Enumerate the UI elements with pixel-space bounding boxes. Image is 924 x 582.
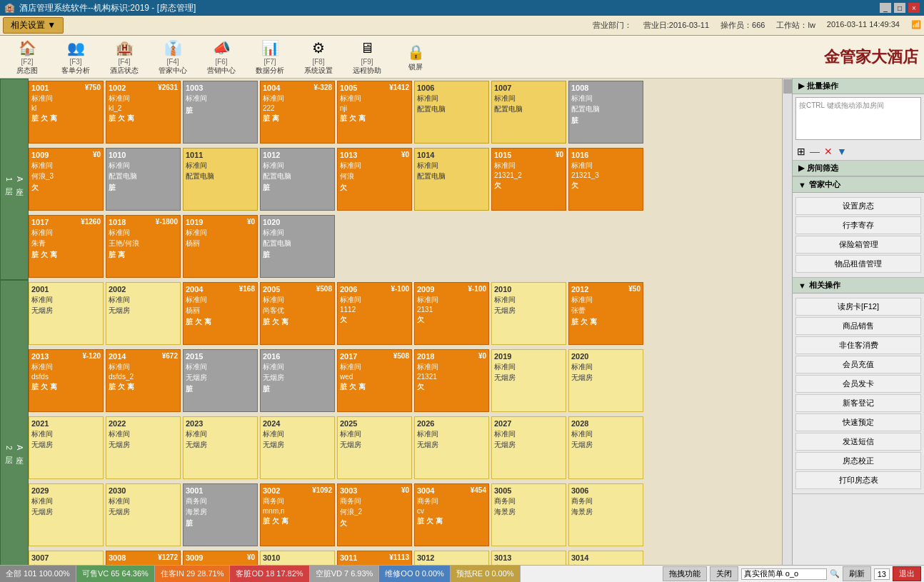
room-3009[interactable]: 3009¥0 商务间 bbox=[183, 551, 258, 565]
status-in[interactable]: 住客IN 29 28.71% bbox=[155, 566, 231, 582]
room-2020[interactable]: 2020 标准间 无烟房 bbox=[568, 349, 643, 412]
toolbar-btn-manager[interactable]: 👔 [F4] 管家中心 bbox=[151, 35, 194, 79]
luggage-storage-btn[interactable]: 行李寄存 bbox=[795, 216, 921, 234]
batch-ops-title[interactable]: ▶ 批量操作 bbox=[793, 79, 924, 94]
room-2030[interactable]: 2030 标准间 无烟房 bbox=[106, 483, 181, 546]
room-2025[interactable]: 2025 标准间 无烟房 bbox=[337, 416, 412, 479]
room-2024[interactable]: 2024 标准间 无烟房 bbox=[260, 416, 335, 479]
room-1017[interactable]: 1017¥1260 标准间 朱青 脏 欠 离 bbox=[29, 215, 104, 278]
room-2009[interactable]: 2009¥-100 标准间 2131 欠 bbox=[414, 282, 489, 345]
room-3006[interactable]: 3006 商务间 海景房 bbox=[568, 483, 643, 546]
room-1018[interactable]: 1018¥-1800 标准间 王艳/何浪 脏 离 bbox=[106, 215, 181, 278]
room-2002[interactable]: 2002 标准间 无烟房 bbox=[106, 282, 181, 345]
room-2023[interactable]: 2023 标准间 无烟房 bbox=[183, 416, 258, 479]
room-3008[interactable]: 3008¥1272 商务间 bbox=[106, 551, 181, 565]
status-vd[interactable]: 空脏VD 7 6.93% bbox=[310, 566, 380, 582]
status-all[interactable]: 全部 101 100.00% bbox=[0, 566, 76, 582]
manager-center-title[interactable]: ▼ 管家中心 bbox=[793, 177, 924, 193]
room-2022[interactable]: 2022 标准间 无烟房 bbox=[106, 416, 181, 479]
room-2028[interactable]: 2028 标准间 无烟房 bbox=[568, 416, 643, 479]
minimize-btn[interactable]: _ bbox=[880, 3, 891, 13]
member-card-btn[interactable]: 会员发卡 bbox=[795, 375, 921, 393]
room-grid[interactable]: A座1层 1001¥750 标准间 kl 脏 欠 离 1002¥2631 标准间… bbox=[0, 79, 782, 565]
room-1003[interactable]: 1003 标准间 脏 bbox=[183, 81, 258, 144]
room-1006[interactable]: 1006 标准间 配置电脑 bbox=[414, 81, 489, 144]
room-3013[interactable]: 3013 商务间 bbox=[491, 551, 566, 565]
minus-icon[interactable]: — bbox=[810, 146, 820, 157]
room-2018[interactable]: 2018¥0 标准间 21321 欠 bbox=[414, 349, 489, 412]
room-1008[interactable]: 1008 标准间 配置电脑 脏 bbox=[568, 81, 643, 144]
grid-view-icon[interactable]: ⊞ bbox=[797, 146, 805, 157]
room-1014[interactable]: 1014 标准间 配置电脑 bbox=[414, 148, 489, 211]
status-od[interactable]: 客脏OD 18 17.82% bbox=[230, 566, 309, 582]
toolbar-btn-lockscreen[interactable]: 🔒 锁屏 bbox=[394, 39, 437, 75]
toolbar-btn-room-view[interactable]: 🏠 [F2] 房态图 bbox=[6, 35, 49, 79]
exit-btn[interactable]: 退出 bbox=[893, 566, 921, 581]
room-3002[interactable]: 3002¥1092 商务间 mnm,n 脏 欠 离 bbox=[260, 483, 335, 546]
scrollbar[interactable] bbox=[782, 79, 792, 565]
toolbar-btn-system-settings[interactable]: ⚙ [F8] 系统设置 bbox=[297, 35, 340, 79]
room-3011[interactable]: 3011¥1113 商务间 bbox=[337, 551, 412, 565]
window-controls[interactable]: _ □ × bbox=[880, 3, 920, 13]
status-oo[interactable]: 维修OO 0 0.00% bbox=[379, 566, 451, 582]
toolbar-btn-data-analysis[interactable]: 📊 [F7] 数据分析 bbox=[248, 35, 291, 79]
related-ops-title[interactable]: ▼ 相关操作 bbox=[793, 278, 924, 293]
room-1010[interactable]: 1010 标准间 配置电脑 脏 bbox=[106, 148, 181, 211]
refresh-btn[interactable]: 刷新 bbox=[843, 566, 871, 581]
merchandise-btn[interactable]: 商品销售 bbox=[795, 317, 921, 335]
non-guest-consume-btn[interactable]: 非住客消费 bbox=[795, 336, 921, 354]
room-2005[interactable]: 2005¥508 标准间 尚客优 脏 欠 离 bbox=[260, 282, 335, 345]
room-3007[interactable]: 3007 商务间 bbox=[29, 551, 104, 565]
room-2013[interactable]: 2013¥-120 标准间 dsfds 脏 欠 离 bbox=[29, 349, 104, 412]
room-1011[interactable]: 1011 标准间 配置电脑 bbox=[183, 148, 258, 211]
settings-menu-btn[interactable]: 相关设置 ▼ bbox=[3, 17, 64, 34]
room-1002[interactable]: 1002¥2631 标准间 kl_2 脏 欠 离 bbox=[106, 81, 181, 144]
room-1004[interactable]: 1004¥-328 标准间 222 脏 离 bbox=[260, 81, 335, 144]
room-3005[interactable]: 3005 商务间 海景房 bbox=[491, 483, 566, 546]
room-3014[interactable]: 3014 商务间 bbox=[568, 551, 643, 565]
member-recharge-btn[interactable]: 会员充值 bbox=[795, 356, 921, 373]
room-2004[interactable]: 2004¥168 标准间 杨丽 脏 欠 离 bbox=[183, 282, 258, 345]
room-2016[interactable]: 2016 标准间 无烟房 脏 bbox=[260, 349, 335, 412]
search-input[interactable] bbox=[741, 568, 827, 580]
read-card-btn[interactable]: 读房卡[F12] bbox=[795, 298, 921, 316]
send-sms-btn[interactable]: 发送短信 bbox=[795, 433, 921, 451]
room-2017[interactable]: 2017¥508 标准间 wed 脏 欠 离 bbox=[337, 349, 412, 412]
room-1020[interactable]: 1020 标准间 配置电脑 脏 bbox=[260, 215, 335, 278]
room-2026[interactable]: 2026 标准间 无烟房 bbox=[414, 416, 489, 479]
status-vc[interactable]: 可售VC 65 64.36% bbox=[76, 566, 155, 582]
room-2027[interactable]: 2027 标准间 无烟房 bbox=[491, 416, 566, 479]
new-guest-btn[interactable]: 新客登记 bbox=[795, 394, 921, 412]
room-1019[interactable]: 1019¥0 标准间 杨丽 bbox=[183, 215, 258, 278]
room-2015[interactable]: 2015 标准间 无烟房 脏 bbox=[183, 349, 258, 412]
room-2029[interactable]: 2029 标准间 无烟房 bbox=[29, 483, 104, 546]
toolbar-btn-guest-analysis[interactable]: 👥 [F3] 客单分析 bbox=[54, 35, 97, 79]
room-1013[interactable]: 1013¥0 标准间 何浪 欠 bbox=[337, 148, 412, 211]
room-2021[interactable]: 2021 标准间 无烟房 bbox=[29, 416, 104, 479]
room-1016[interactable]: 1016 标准间 21321_3 欠 bbox=[568, 148, 643, 211]
room-3010[interactable]: 3010 商务间 bbox=[260, 551, 335, 565]
set-room-status-btn[interactable]: 设置房态 bbox=[795, 197, 921, 215]
room-2014[interactable]: 2014¥672 标准间 dsfds_2 脏 欠 离 bbox=[106, 349, 181, 412]
room-filter-title[interactable]: ▶ 房间筛选 bbox=[793, 161, 924, 176]
room-2006[interactable]: 2006¥-100 标准间 1112 欠 bbox=[337, 282, 412, 345]
down-icon[interactable]: ▼ bbox=[837, 146, 847, 157]
room-1007[interactable]: 1007 标准间 配置电脑 bbox=[491, 81, 566, 144]
maximize-btn[interactable]: □ bbox=[894, 3, 905, 13]
quick-reserve-btn[interactable]: 快速预定 bbox=[795, 413, 921, 431]
toolbar-btn-remote[interactable]: 🖥 [F9] 远程协助 bbox=[346, 35, 388, 79]
print-room-status-btn[interactable]: 打印房态表 bbox=[795, 471, 921, 489]
status-re[interactable]: 预抵RE 0 0.00% bbox=[451, 566, 521, 582]
room-3001[interactable]: 3001 商务间 海景房 脏 bbox=[183, 483, 258, 546]
toolbar-btn-marketing[interactable]: 📣 [F6] 营销中心 bbox=[200, 35, 243, 79]
room-3012[interactable]: 3012 商务间 bbox=[414, 551, 489, 565]
close-status-btn[interactable]: 关闭 bbox=[710, 566, 738, 581]
room-1012[interactable]: 1012 标准间 配置电脑 脏 bbox=[260, 148, 335, 211]
room-2001[interactable]: 2001 标准间 无烟房 bbox=[29, 282, 104, 345]
safe-management-btn[interactable]: 保险箱管理 bbox=[795, 236, 921, 254]
room-1005[interactable]: 1005¥1412 标准间 nji 脏 欠 离 bbox=[337, 81, 412, 144]
close-btn[interactable]: × bbox=[908, 3, 920, 13]
room-3003[interactable]: 3003¥0 商务间 何浪_2 欠 bbox=[337, 483, 412, 546]
room-1009[interactable]: 1009¥0 标准间 何浪_3 欠 bbox=[29, 148, 104, 211]
room-1001[interactable]: 1001¥750 标准间 kl 脏 欠 离 bbox=[29, 81, 104, 144]
